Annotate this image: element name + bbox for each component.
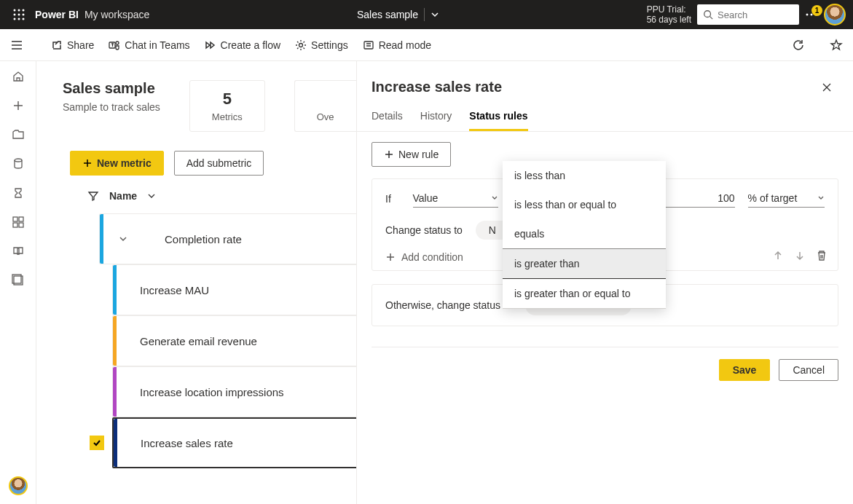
svg-point-9: [704, 11, 711, 17]
svg-point-8: [23, 18, 25, 20]
home-icon[interactable]: [12, 70, 25, 83]
kpi-label: Metrics: [212, 111, 243, 122]
product-name: Power BI: [35, 9, 79, 20]
svg-rect-18: [13, 217, 17, 221]
chat-teams-button[interactable]: Chat in Teams: [109, 39, 189, 51]
share-label: Share: [67, 39, 94, 51]
search-input[interactable]: [718, 9, 793, 20]
apps-icon[interactable]: [12, 216, 25, 229]
add-submetric-button[interactable]: Add submetric: [174, 151, 264, 176]
svg-rect-21: [19, 223, 23, 227]
svg-point-5: [23, 14, 25, 16]
left-nav-rail: [0, 61, 36, 504]
filter-icon[interactable]: [87, 190, 99, 202]
svg-rect-19: [19, 217, 23, 221]
field-select-value: Value: [413, 192, 439, 204]
browse-icon[interactable]: [12, 128, 25, 141]
flow-label: Create a flow: [221, 39, 280, 51]
metric-name: Generate email revenue: [140, 335, 257, 347]
cancel-label: Cancel: [793, 364, 825, 376]
threshold-input[interactable]: 100: [664, 189, 735, 208]
svg-rect-16: [364, 42, 373, 49]
report-title[interactable]: Sales sample: [357, 9, 418, 20]
search-icon: [703, 9, 713, 20]
read-label: Read mode: [379, 39, 431, 51]
details-panel: Increase sales rate Details History Stat…: [356, 61, 853, 504]
otherwise-label: Otherwise, change status to: [385, 299, 512, 311]
move-down-icon[interactable]: [794, 250, 806, 261]
metric-name: Completion rate: [165, 233, 242, 245]
change-status-label: Change status to: [385, 224, 463, 236]
svg-rect-20: [13, 223, 17, 227]
tab-status-rules[interactable]: Status rules: [469, 110, 527, 131]
svg-point-6: [14, 18, 16, 20]
plus-icon[interactable]: [12, 99, 25, 112]
report-chevron-icon[interactable]: [431, 10, 439, 19]
tab-history[interactable]: History: [420, 110, 452, 131]
row-checkbox-checked[interactable]: [90, 436, 104, 450]
dropdown-option[interactable]: is greater than or equal to: [503, 279, 666, 308]
share-button[interactable]: Share: [51, 39, 94, 51]
divider: [424, 8, 425, 21]
settings-button[interactable]: Settings: [295, 39, 348, 51]
app-launcher-icon[interactable]: [7, 9, 31, 20]
user-avatar[interactable]: [824, 4, 846, 25]
trial-status[interactable]: PPU Trial: 56 days left: [647, 4, 691, 25]
scorecard-title: Sales sample: [63, 80, 160, 97]
panel-title: Increase sales rate: [372, 79, 502, 95]
metric-name: Increase sales rate: [141, 437, 233, 449]
close-icon[interactable]: [821, 82, 833, 93]
settings-label: Settings: [311, 39, 348, 51]
data-hub-icon[interactable]: [12, 157, 25, 170]
svg-point-2: [23, 9, 25, 12]
dropdown-option[interactable]: is less than: [503, 161, 666, 190]
kpi-label-2: Ove: [317, 111, 334, 122]
dropdown-option[interactable]: is less than or equal to: [503, 190, 666, 219]
status-stripe: [100, 214, 103, 264]
metrics-icon[interactable]: [12, 186, 25, 200]
svg-point-0: [14, 9, 16, 12]
command-bar: Share Chat in Teams Create a flow Settin…: [0, 29, 853, 61]
chevron-down-icon[interactable]: [147, 192, 156, 200]
new-rule-button[interactable]: New rule: [372, 142, 451, 167]
scorecard-subtitle: Sample to track sales: [63, 101, 160, 113]
if-label: If: [385, 193, 400, 205]
delete-icon[interactable]: [816, 250, 828, 261]
global-header: Power BI My workspace Sales sample PPU T…: [0, 0, 853, 29]
tab-details[interactable]: Details: [372, 110, 403, 131]
save-button[interactable]: Save: [719, 359, 771, 381]
kpi-overdue-card: 0 Ove: [294, 80, 356, 132]
dropdown-option-hover[interactable]: is greater than: [503, 249, 666, 279]
new-rule-label: New rule: [398, 149, 439, 160]
svg-point-17: [15, 159, 22, 162]
svg-point-7: [18, 18, 20, 20]
cancel-button[interactable]: Cancel: [779, 359, 838, 381]
expand-chevron-icon[interactable]: [118, 234, 128, 244]
workspace-name[interactable]: My workspace: [84, 9, 149, 20]
new-metric-label: New metric: [97, 157, 152, 169]
create-flow-button[interactable]: Create a flow: [205, 39, 280, 51]
global-search[interactable]: [697, 4, 799, 25]
refresh-icon[interactable]: [792, 39, 805, 52]
column-name[interactable]: Name: [109, 190, 137, 202]
workspaces-icon[interactable]: [12, 274, 25, 287]
svg-point-15: [299, 43, 303, 47]
more-actions-button[interactable]: 1: [805, 8, 818, 21]
unit-select[interactable]: % of target: [748, 189, 825, 208]
add-condition-label: Add condition: [401, 251, 463, 263]
field-select[interactable]: Value: [413, 189, 498, 208]
trial-line1: PPU Trial:: [647, 4, 691, 15]
svg-point-10: [806, 14, 809, 16]
favorite-icon[interactable]: [830, 39, 843, 52]
workspace-area: Sales sample Sample to track sales 5 Met…: [36, 61, 853, 504]
dropdown-option[interactable]: equals: [503, 219, 666, 249]
new-metric-button[interactable]: New metric: [70, 151, 164, 176]
metric-name: Increase MAU: [140, 284, 209, 296]
nav-toggle-icon[interactable]: [10, 39, 23, 52]
learn-icon[interactable]: [12, 245, 25, 258]
workspace-avatar[interactable]: [9, 476, 28, 495]
move-up-icon[interactable]: [772, 250, 784, 261]
status-value: N: [489, 224, 496, 236]
notification-badge: 1: [811, 5, 822, 16]
read-mode-button[interactable]: Read mode: [363, 39, 431, 51]
